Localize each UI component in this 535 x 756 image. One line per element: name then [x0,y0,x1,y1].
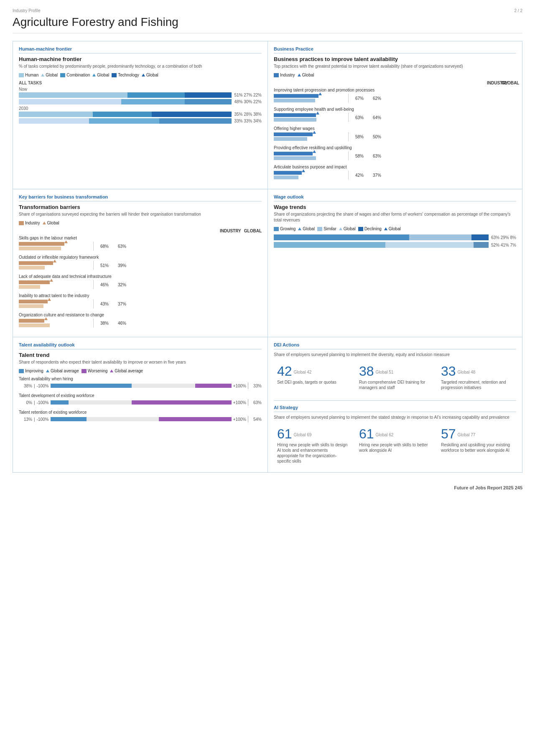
ta-worsening-seg-1 [132,400,231,405]
now-global-combo-seg [121,99,185,104]
ai-subtitle: Share of employers surveyed planning to … [274,415,516,420]
bp-bar-area-1 [274,113,345,122]
legend-technology-global: Global [142,73,158,77]
tb-industry-triangle-1 [53,260,56,262]
bp-sep-0 [348,94,349,103]
hm-legend: Human Global Combination Global Technolo… [19,73,262,77]
talent-availability-panel: Talent availability outlook Talent trend… [13,337,268,472]
wo-legend-similar: Similar [317,227,336,231]
ta-subtitle: Share of respondents who expect their ta… [19,359,262,365]
2030-global-combo-seg [89,118,159,124]
wo-legend-similar-global: Global [339,227,356,231]
dei-card-1: 38Global 51 Run comprehensive DEI traini… [356,361,434,394]
bp-section-header: Business Practice [274,46,516,53]
wo-declining-box-icon [358,227,363,231]
ta-legend-worsening: Worsening [82,369,108,373]
dei-card-2: 33Global 48 Targeted recruitment, retent… [438,361,516,394]
wage-outlook-panel: Wage outlook Wage trends Share of organi… [268,189,522,337]
tb-row-label-3: Inability to attract talent to the indus… [19,293,262,298]
bp-global-bar-2 [274,137,307,141]
ta-track-1 [51,400,232,405]
tb-sep-3 [93,299,94,308]
ta-legend-improving: Improving [19,369,43,373]
ai-card-0: 61Global 69 Hiring new people with skill… [274,424,352,467]
tb-title: Transformation barriers [19,204,262,210]
page-title: Agriculture Forestry and Fishing [13,15,522,33]
legend-combination: Combination [60,73,90,77]
tb-vals-4: 38% 46% [97,321,126,326]
bp-sep-1 [348,113,349,122]
tb-industry-bar-2 [19,280,50,284]
bp-legend: Industry Global [274,73,516,77]
bp-vals-4: 42% 37% [352,173,381,178]
bp-industry-triangle-4 [302,169,305,172]
bp-row-label-0: Improving talent progression and promoti… [274,88,516,92]
now-global-human-seg [19,99,121,104]
2030-global-tech-seg [159,118,232,124]
bp-row-3: Providing effective reskilling and upski… [274,145,516,160]
tb-industry-bar-0 [19,242,64,246]
tb-legend-global: Global [43,221,59,225]
ta-row-label-0: Talent availability when hiring [19,377,262,381]
ta-improving-avg-icon [46,369,49,372]
human-box-icon [19,73,24,77]
now-global-tech-seg [185,99,232,104]
bp-bar-area-3 [274,151,345,160]
tb-subtitle: Share of organisations surveyed expectin… [19,211,262,217]
bp-global-triangle-icon [298,74,301,76]
now-tech-seg [185,92,232,98]
ta-legend: Improving Global average Worsening Globa… [19,369,262,373]
legend-combination-global: Global [92,73,109,77]
tb-sep-0 [93,242,94,251]
tb-bar-area-3 [19,299,90,308]
tb-row-1: Outdated or inflexible regulatory framew… [19,255,262,270]
wo-section-header: Wage outlook [274,194,516,201]
bp-vals-2: 58% 50% [352,135,381,139]
wo-title: Wage trends [274,204,516,210]
ta-row-2: Talent retention of existing workforce 1… [19,410,262,423]
tb-vals-1: 51% 39% [97,263,126,268]
bp-row-4: Articulate business purpose and impact 4… [274,165,516,180]
wo-similar-global-icon [339,227,342,230]
ta-worsening-seg-0 [195,384,232,388]
bp-sep-4 [348,171,349,180]
dei-label-0: Set DEI goals, targets or quotas [277,379,349,385]
tb-row-2: Lack of adequate data and technical infr… [19,274,262,289]
now-values-1: 51% 27% 22% [234,93,262,97]
bp-row-2: Offering higher wages 58% 50% [274,126,516,141]
bp-industry-triangle-3 [313,150,316,153]
tb-section-header: Key barriers for business transformation [19,194,262,201]
combination-global-triangle-icon [92,74,96,76]
tb-row-label-4: Organization culture and resistance to c… [19,313,262,317]
2030-bar-2: 33% 33% 34% [19,118,262,124]
ta-row-0: Talent availability when hiring 38% | -1… [19,377,262,389]
dei-section-header: DEI Actions [274,342,516,349]
bp-sep-3 [348,151,349,160]
tb-global-bar-3 [19,304,43,308]
ta-improving-seg-1 [51,400,69,405]
wo-legend-growing-global: Global [298,227,315,231]
bp-global-bar-1 [274,118,316,122]
ta-bar-row-2: 13% | -100% +100% 54% [19,416,262,423]
tb-rows: Skills gaps in the labour market 68% 63%… [19,236,262,328]
tb-industry-triangle-0 [64,240,68,243]
wo-growing-box-icon [274,227,279,231]
dei-label-1: Run comprehensive DEI training for manag… [359,379,431,390]
ta-bar-row-0: 38% | -100% +100% 33% [19,382,262,389]
tb-vals-2: 46% 32% [97,283,126,287]
ai-card-2: 57Global 77 Reskilling and upskilling yo… [438,424,516,467]
bp-subtitle: Top practices with the greatest potentia… [274,64,516,69]
tb-vals-3: 43% 37% [97,302,126,306]
ai-label-1: Hiring new people with skills to better … [359,442,431,453]
2030-human-seg [19,112,93,117]
combination-box-icon [60,73,65,77]
bp-vals-3: 58% 63% [352,154,381,158]
tb-industry-triangle-4 [44,317,48,320]
bp-industry-bar-0 [274,94,318,98]
ai-value-2: 57Global 77 [441,427,513,440]
hm-subtitle: % of tasks completed by predominantly pe… [19,64,262,69]
bp-row-0: Improving talent progression and promoti… [274,88,516,103]
ta-title: Talent trend [19,352,262,358]
wo-subtitle: Share of organizations projecting the sh… [274,211,516,223]
2030-label: 2030 [19,106,262,111]
